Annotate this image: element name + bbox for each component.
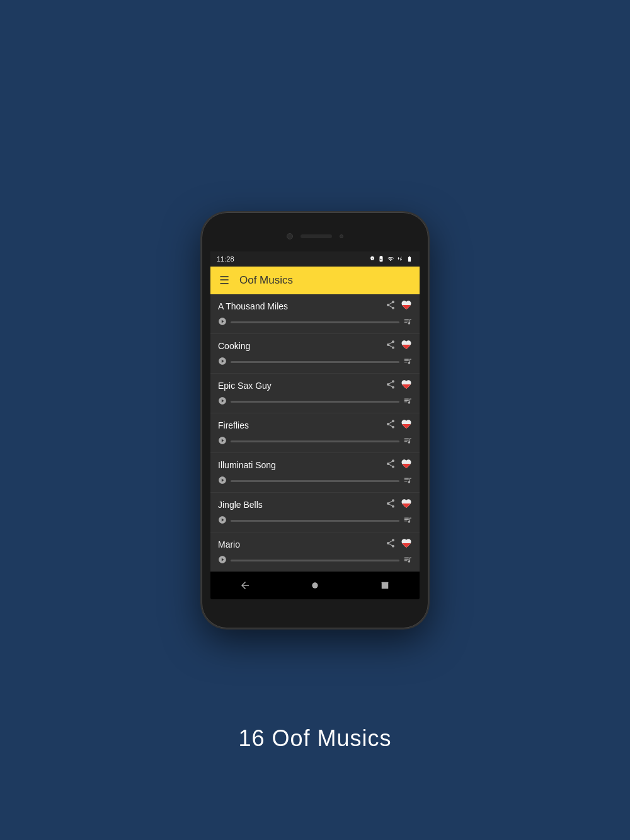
play-button-6[interactable] xyxy=(218,515,227,527)
status-time: 11:28 xyxy=(217,255,234,263)
share-button-6[interactable] xyxy=(386,498,396,511)
heart-button-3[interactable] xyxy=(401,379,412,393)
song-item: Fireflies xyxy=(210,413,420,453)
status-icons xyxy=(369,256,413,262)
heart-button-6[interactable] xyxy=(401,498,412,512)
queue-button-7[interactable] xyxy=(403,555,412,567)
heart-button-2[interactable] xyxy=(401,339,412,353)
proximity-sensor xyxy=(340,234,343,238)
queue-button-5[interactable] xyxy=(403,476,412,487)
phone-device: 11:28 xyxy=(202,212,428,628)
queue-button-1[interactable] xyxy=(403,317,412,328)
play-button-7[interactable] xyxy=(218,555,227,567)
progress-bar-6[interactable] xyxy=(231,520,399,522)
song-item: Mario xyxy=(210,532,420,572)
screen: 11:28 xyxy=(210,251,420,599)
speaker-grille xyxy=(301,234,332,238)
nav-recent-button[interactable] xyxy=(372,573,398,598)
play-button-2[interactable] xyxy=(218,357,227,368)
progress-bar-7[interactable] xyxy=(231,560,399,561)
progress-bar-1[interactable] xyxy=(231,321,399,323)
share-button-4[interactable] xyxy=(386,419,396,432)
alarm-icon xyxy=(369,256,375,262)
progress-bar-4[interactable] xyxy=(231,440,399,442)
song-name-4: Fireflies xyxy=(218,420,386,430)
front-camera xyxy=(287,233,293,239)
share-button-7[interactable] xyxy=(386,538,396,551)
progress-bar-2[interactable] xyxy=(231,361,399,363)
phone-bottom-bezel xyxy=(210,599,420,619)
song-name-1: A Thousand Miles xyxy=(218,301,386,311)
phone-top-bezel xyxy=(210,221,420,251)
song-name-5: Illuminati Song xyxy=(218,460,386,470)
share-button-3[interactable] xyxy=(386,379,396,392)
wifi-icon xyxy=(387,256,394,262)
share-button-5[interactable] xyxy=(386,459,396,471)
battery-saver-icon xyxy=(378,256,384,262)
queue-button-3[interactable] xyxy=(403,396,412,408)
battery-icon xyxy=(406,256,413,262)
menu-icon[interactable]: ☰ xyxy=(219,273,229,287)
progress-bar-3[interactable] xyxy=(231,401,399,403)
queue-button-2[interactable] xyxy=(403,357,412,368)
heart-button-4[interactable] xyxy=(401,418,412,432)
play-button-3[interactable] xyxy=(218,396,227,408)
song-item: Jingle Bells xyxy=(210,493,420,532)
song-name-7: Mario xyxy=(218,539,386,549)
heart-button-5[interactable] xyxy=(401,458,412,472)
song-name-6: Jingle Bells xyxy=(218,500,386,510)
song-item: Illuminati Song xyxy=(210,453,420,493)
song-item: Cooking xyxy=(210,334,420,374)
nav-home-button[interactable] xyxy=(302,573,328,598)
svg-rect-8 xyxy=(381,582,388,589)
heart-button-7[interactable] xyxy=(401,538,412,551)
play-button-5[interactable] xyxy=(218,476,227,487)
song-item: Epic Sax Guy xyxy=(210,374,420,413)
queue-button-4[interactable] xyxy=(403,436,412,447)
bottom-nav xyxy=(210,572,420,599)
progress-bar-5[interactable] xyxy=(231,480,399,482)
song-name-3: Epic Sax Guy xyxy=(218,381,386,391)
app-bar: ☰ Oof Musics xyxy=(210,267,420,294)
song-name-2: Cooking xyxy=(218,341,386,351)
page-subtitle: 16 Oof Musics xyxy=(238,725,391,752)
heart-button-1[interactable] xyxy=(401,299,412,313)
signal-icon xyxy=(397,256,403,262)
song-list: A Thousand Miles xyxy=(210,294,420,572)
play-button-1[interactable] xyxy=(218,317,227,328)
play-button-4[interactable] xyxy=(218,436,227,447)
app-title: Oof Musics xyxy=(239,274,293,287)
queue-button-6[interactable] xyxy=(403,515,412,527)
share-button-2[interactable] xyxy=(386,340,396,352)
status-bar: 11:28 xyxy=(210,251,420,267)
nav-back-button[interactable] xyxy=(232,573,258,598)
share-button-1[interactable] xyxy=(386,300,396,313)
song-item: A Thousand Miles xyxy=(210,294,420,334)
svg-point-7 xyxy=(312,582,318,588)
